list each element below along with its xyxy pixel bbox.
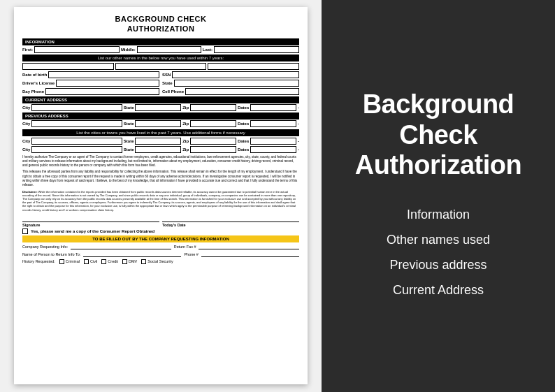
right-title-line1: Background	[363, 89, 514, 119]
previous-address-header: PREVIOUS ADDRESS	[22, 112, 299, 119]
dl-state-label: State	[162, 81, 173, 85]
state-field-2[interactable]	[135, 146, 181, 153]
signature-label: Signature	[22, 223, 159, 227]
dates-label-2: Dates	[238, 147, 249, 152]
dmv-checkbox[interactable]	[122, 259, 127, 264]
dash-2: -	[298, 147, 299, 152]
cell-phone-field[interactable]	[185, 88, 299, 95]
info-header: INFORMATION	[22, 38, 299, 45]
dl-state-field[interactable]	[174, 80, 299, 87]
other-name-1[interactable]	[22, 63, 114, 70]
other-names-fields	[22, 63, 299, 70]
civil-checkbox[interactable]	[84, 259, 89, 264]
phone-field[interactable]	[201, 252, 299, 257]
criminal-checkbox[interactable]	[59, 259, 64, 264]
city-field-1[interactable]	[31, 138, 122, 145]
dob-label: Date of birth	[22, 73, 47, 77]
zip-label-current: Zip	[182, 106, 189, 110]
ssn-label: SSN	[162, 73, 171, 77]
dob-item: Date of birth	[22, 71, 159, 78]
date-item: Today's Date	[162, 214, 299, 227]
state-label-2: State	[124, 147, 134, 152]
dates-label-prev: Dates	[238, 122, 249, 126]
return-fax-label: Return Fax #	[174, 245, 196, 249]
day-phone-label: Day Phone	[22, 89, 44, 94]
social-item: Social Security	[141, 259, 173, 264]
dl-state-row: Driver's License State	[22, 80, 299, 87]
zip-label-2: Zip	[182, 147, 189, 152]
yellow-header: TO BE FILLED OUT BY THE COMPANY REQUESTI…	[22, 235, 299, 242]
cell-phone-label: Cell Phone	[162, 89, 184, 94]
first-label: First:	[22, 48, 33, 52]
ssn-item: SSN	[162, 71, 299, 78]
date-line[interactable]	[162, 214, 299, 222]
dob-field[interactable]	[48, 71, 159, 78]
current-dates-field[interactable]	[250, 104, 296, 111]
dates-field-1[interactable]	[250, 138, 296, 145]
other-name-2[interactable]	[115, 63, 207, 70]
zip-field-2[interactable]	[190, 146, 236, 153]
document-title: BACKGROUND CHECK AUTHORIZATION	[22, 14, 299, 34]
first-field[interactable]	[34, 46, 120, 53]
dates-field-2[interactable]	[250, 146, 296, 153]
prev-zip-field[interactable]	[190, 120, 236, 127]
disclaimer: Disclaimer: While the information contai…	[22, 190, 299, 212]
dl-field[interactable]	[56, 80, 159, 87]
social-checkbox[interactable]	[141, 259, 146, 264]
state-field-1[interactable]	[135, 138, 181, 145]
phone-label: Phone #	[184, 252, 199, 256]
right-title-line3: Authorization	[355, 150, 521, 180]
middle-field[interactable]	[137, 46, 201, 53]
day-phone-field[interactable]	[45, 88, 159, 95]
return-fax-field[interactable]	[199, 244, 299, 249]
right-item-3: Previous address	[387, 252, 490, 277]
credit-checkbox[interactable]	[101, 259, 106, 264]
phone-row: Day Phone Cell Phone	[22, 88, 299, 95]
other-names-header: List our other names in the below row yo…	[22, 55, 299, 61]
signature-line[interactable]	[22, 214, 159, 222]
criminal-item: Criminal	[59, 259, 80, 264]
credit-item: Credit	[101, 259, 118, 264]
city-label-current: City	[22, 106, 30, 110]
last-label: Last:	[203, 48, 212, 52]
other-name-3[interactable]	[208, 63, 299, 70]
state-label-1: State	[124, 139, 134, 143]
dl-label: Driver's License	[22, 81, 55, 85]
dash-current: -	[298, 106, 299, 110]
right-title-line2: Check	[399, 120, 477, 150]
zip-field-1[interactable]	[190, 138, 236, 145]
criminal-label: Criminal	[66, 259, 80, 263]
zip-label-1: Zip	[182, 139, 189, 143]
current-zip-field[interactable]	[190, 104, 236, 111]
left-panel: BACKGROUND CHECK AUTHORIZATION INFORMATI…	[0, 0, 322, 392]
city-field-2[interactable]	[31, 146, 122, 153]
company-field[interactable]	[71, 244, 171, 249]
right-panel: Background Check Authorization Informati…	[322, 0, 555, 392]
current-city-field[interactable]	[31, 104, 122, 111]
social-label: Social Security	[147, 259, 173, 263]
prev-dates-field[interactable]	[250, 120, 296, 127]
right-items: Information Other names used Previous ad…	[387, 202, 490, 303]
previous-address-row: City State Zip Dates -	[22, 120, 299, 127]
right-item-4: Current Address	[387, 277, 490, 303]
right-title: Background Check Authorization	[355, 89, 521, 181]
current-state-field[interactable]	[135, 104, 181, 111]
prev-state-field[interactable]	[135, 120, 181, 127]
name-row: First: Middle: Last:	[22, 46, 299, 53]
checkbox-label: Yes, please send me a copy of the Consum…	[31, 229, 154, 233]
disclaimer-body: While the information contained in the r…	[22, 190, 296, 212]
last-field[interactable]	[214, 46, 299, 53]
ssn-field[interactable]	[172, 71, 299, 78]
date-label: Today's Date	[162, 223, 299, 227]
history-label: History Requested:	[22, 259, 55, 263]
paragraph-2: This releases the aforesaid parties from…	[22, 170, 299, 187]
cities-header: List the cities or towns you have lived …	[22, 129, 299, 136]
dl-state-item: State	[162, 80, 299, 87]
history-row: History Requested: Criminal Civil Credit…	[22, 259, 299, 264]
company-row: Company Requesting Info: Return Fax #	[22, 244, 299, 249]
name-return-field[interactable]	[83, 252, 181, 257]
consumer-report-checkbox[interactable]	[22, 228, 28, 234]
prev-city-field[interactable]	[31, 120, 122, 127]
city-row-1: City State Zip Dates -	[22, 138, 299, 145]
signature-row: Signature Today's Date	[22, 214, 299, 227]
